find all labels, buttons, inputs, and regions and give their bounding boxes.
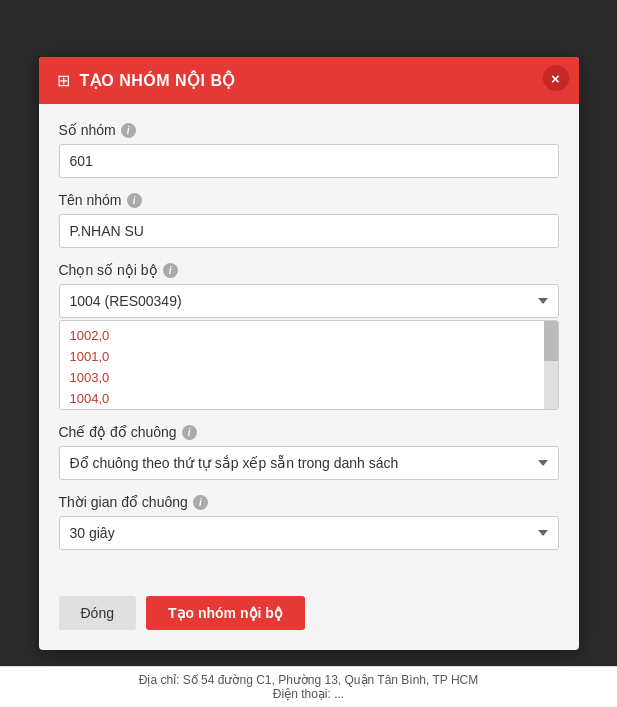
- group-icon: ⊞: [57, 71, 70, 90]
- thoi-gian-select-wrapper: 10 giây15 giây20 giây30 giây45 giây60 gi…: [59, 516, 559, 550]
- ten-nhom-input[interactable]: [59, 214, 559, 248]
- dong-button[interactable]: Đóng: [59, 596, 136, 630]
- thoi-gian-label: Thời gian đổ chuông i: [59, 494, 559, 510]
- che-do-do-chuong-group: Chế độ đổ chuông i Đổ chuông theo thứ tự…: [59, 424, 559, 480]
- che-do-select[interactable]: Đổ chuông theo thứ tự sắp xếp sẵn trong …: [59, 446, 559, 480]
- che-do-info-icon[interactable]: i: [182, 425, 197, 440]
- tao-nhom-noi-bo-button[interactable]: Tạo nhóm nội bộ: [146, 596, 305, 630]
- chon-so-noi-bo-select-wrapper: 1004 (RES00349): [59, 284, 559, 318]
- list-item[interactable]: 1003,0: [60, 367, 544, 388]
- ten-nhom-info-icon[interactable]: i: [127, 193, 142, 208]
- so-nhom-group: Số nhóm i: [59, 122, 559, 178]
- bottom-bar: Địa chỉ: Số 54 đường C1, Phường 13, Quận…: [0, 666, 617, 707]
- so-nhom-info-icon[interactable]: i: [121, 123, 136, 138]
- ten-nhom-label: Tên nhóm i: [59, 192, 559, 208]
- thoi-gian-select[interactable]: 10 giây15 giây20 giây30 giây45 giây60 gi…: [59, 516, 559, 550]
- ten-nhom-group: Tên nhóm i: [59, 192, 559, 248]
- list-item[interactable]: 1001,0: [60, 346, 544, 367]
- so-nhom-label: Số nhóm i: [59, 122, 559, 138]
- so-noi-bo-list: 1002,0 1001,0 1003,0 1004,0: [59, 320, 559, 410]
- modal-dialog: ⊞ TẠO NHÓM NỘI BỘ × Số nhóm i Tên nhóm i: [39, 57, 579, 650]
- list-item[interactable]: 1002,0: [60, 325, 544, 346]
- close-button[interactable]: ×: [543, 65, 569, 91]
- modal-body: Số nhóm i Tên nhóm i Chọn số nội bộ i: [39, 104, 579, 584]
- scrollbar-thumb[interactable]: [544, 321, 558, 361]
- thoi-gian-group: Thời gian đổ chuông i 10 giây15 giây20 g…: [59, 494, 559, 550]
- chon-so-noi-bo-label: Chọn số nội bộ i: [59, 262, 559, 278]
- modal-header: ⊞ TẠO NHÓM NỘI BỘ ×: [39, 57, 579, 104]
- scrollbar-track: [544, 321, 558, 409]
- so-nhom-input[interactable]: [59, 144, 559, 178]
- thoi-gian-info-icon[interactable]: i: [193, 495, 208, 510]
- modal-footer: Đóng Tạo nhóm nội bộ: [39, 584, 579, 650]
- chon-so-noi-bo-info-icon[interactable]: i: [163, 263, 178, 278]
- chon-so-noi-bo-select[interactable]: 1004 (RES00349): [59, 284, 559, 318]
- address-text: Địa chỉ: Số 54 đường C1, Phường 13, Quận…: [6, 673, 611, 687]
- phone-text: Điện thoại: ...: [6, 687, 611, 701]
- modal-title: TẠO NHÓM NỘI BỘ: [80, 71, 237, 90]
- che-do-select-wrapper: Đổ chuông theo thứ tự sắp xếp sẵn trong …: [59, 446, 559, 480]
- chon-so-noi-bo-group: Chọn số nội bộ i 1004 (RES00349) 1002,0 …: [59, 262, 559, 410]
- list-item[interactable]: 1004,0: [60, 388, 544, 409]
- modal-overlay: ⊞ TẠO NHÓM NỘI BỘ × Số nhóm i Tên nhóm i: [0, 0, 617, 707]
- che-do-do-chuong-label: Chế độ đổ chuông i: [59, 424, 559, 440]
